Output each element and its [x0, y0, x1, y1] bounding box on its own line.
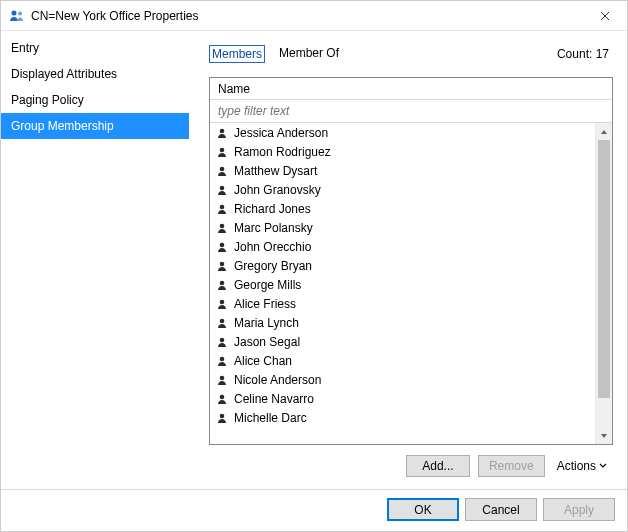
- svg-point-9: [220, 261, 225, 266]
- sidebar-item-label: Displayed Attributes: [11, 67, 117, 81]
- dialog-body: Entry Displayed Attributes Paging Policy…: [1, 31, 627, 489]
- cancel-button[interactable]: Cancel: [465, 498, 537, 521]
- svg-point-11: [220, 299, 225, 304]
- svg-point-12: [220, 318, 225, 323]
- actions-menu-button[interactable]: Actions: [553, 459, 611, 473]
- ok-button[interactable]: OK: [387, 498, 459, 521]
- sidebar-item-label: Entry: [11, 41, 39, 55]
- person-icon: [216, 165, 228, 177]
- person-icon: [216, 336, 228, 348]
- svg-point-8: [220, 242, 225, 247]
- member-name: George Mills: [234, 278, 301, 292]
- svg-point-17: [220, 413, 225, 418]
- tab-member-of[interactable]: Member Of: [277, 45, 341, 63]
- member-name: Michelle Darc: [234, 411, 307, 425]
- member-name: Marc Polansky: [234, 221, 313, 235]
- member-name: Richard Jones: [234, 202, 311, 216]
- scroll-down-icon[interactable]: [596, 427, 612, 444]
- person-icon: [216, 374, 228, 386]
- window-title: CN=New York Office Properties: [31, 9, 582, 23]
- list-item[interactable]: Michelle Darc: [210, 408, 595, 427]
- members-list: Name Jessica AndersonRamon RodriguezMatt…: [209, 77, 613, 445]
- add-button[interactable]: Add...: [406, 455, 470, 477]
- member-name: John Granovsky: [234, 183, 321, 197]
- list-item[interactable]: Maria Lynch: [210, 313, 595, 332]
- person-icon: [216, 260, 228, 272]
- svg-point-16: [220, 394, 225, 399]
- member-name: Gregory Bryan: [234, 259, 312, 273]
- list-item[interactable]: Ramon Rodriguez: [210, 142, 595, 161]
- sidebar-item-group-membership[interactable]: Group Membership: [1, 113, 189, 139]
- scrollbar-thumb[interactable]: [598, 140, 610, 398]
- person-icon: [216, 241, 228, 253]
- tab-members[interactable]: Members: [209, 45, 265, 63]
- person-icon: [216, 222, 228, 234]
- person-icon: [216, 317, 228, 329]
- svg-point-4: [220, 166, 225, 171]
- remove-button[interactable]: Remove: [478, 455, 545, 477]
- member-name: Ramon Rodriguez: [234, 145, 331, 159]
- svg-point-13: [220, 337, 225, 342]
- list-item[interactable]: Nicole Anderson: [210, 370, 595, 389]
- list-item[interactable]: Alice Friess: [210, 294, 595, 313]
- scrollbar[interactable]: [595, 123, 612, 444]
- scrollbar-track[interactable]: [596, 140, 612, 427]
- list-items: Jessica AndersonRamon RodriguezMatthew D…: [210, 123, 595, 444]
- sidebar-item-label: Paging Policy: [11, 93, 84, 107]
- titlebar: CN=New York Office Properties: [1, 1, 627, 31]
- column-header-name[interactable]: Name: [210, 78, 612, 100]
- apply-button[interactable]: Apply: [543, 498, 615, 521]
- member-name: Celine Navarro: [234, 392, 314, 406]
- svg-point-7: [220, 223, 225, 228]
- sidebar-item-paging-policy[interactable]: Paging Policy: [1, 87, 189, 113]
- sidebar-item-entry[interactable]: Entry: [1, 35, 189, 61]
- section-sidebar: Entry Displayed Attributes Paging Policy…: [1, 31, 189, 489]
- list-item[interactable]: Marc Polansky: [210, 218, 595, 237]
- list-item[interactable]: George Mills: [210, 275, 595, 294]
- svg-point-6: [220, 204, 225, 209]
- person-icon: [216, 298, 228, 310]
- group-icon: [9, 8, 25, 24]
- member-count: Count: 17: [557, 47, 613, 61]
- close-button[interactable]: [582, 1, 627, 30]
- member-name: Jessica Anderson: [234, 126, 328, 140]
- filter-input[interactable]: [210, 100, 594, 122]
- sidebar-item-displayed-attributes[interactable]: Displayed Attributes: [1, 61, 189, 87]
- list-action-row: Add... Remove Actions: [209, 445, 613, 481]
- svg-point-5: [220, 185, 225, 190]
- member-name: Alice Chan: [234, 354, 292, 368]
- member-name: Alice Friess: [234, 297, 296, 311]
- svg-point-14: [220, 356, 225, 361]
- scroll-up-icon[interactable]: [596, 123, 612, 140]
- tab-row: Members Member Of Count: 17: [209, 45, 613, 67]
- member-name: Matthew Dysart: [234, 164, 317, 178]
- svg-point-1: [18, 11, 22, 15]
- list-item[interactable]: John Orecchio: [210, 237, 595, 256]
- list-item[interactable]: Richard Jones: [210, 199, 595, 218]
- list-item[interactable]: Celine Navarro: [210, 389, 595, 408]
- properties-dialog: CN=New York Office Properties Entry Disp…: [0, 0, 628, 532]
- person-icon: [216, 146, 228, 158]
- person-icon: [216, 203, 228, 215]
- member-name: Jason Segal: [234, 335, 300, 349]
- person-icon: [216, 393, 228, 405]
- svg-point-3: [220, 147, 225, 152]
- member-name: John Orecchio: [234, 240, 311, 254]
- list-item[interactable]: Matthew Dysart: [210, 161, 595, 180]
- person-icon: [216, 279, 228, 291]
- person-icon: [216, 355, 228, 367]
- main-panel: Members Member Of Count: 17 Name Jessica…: [189, 31, 627, 489]
- chevron-down-icon: [599, 459, 607, 473]
- person-icon: [216, 184, 228, 196]
- svg-point-10: [220, 280, 225, 285]
- person-icon: [216, 412, 228, 424]
- list-item[interactable]: Jason Segal: [210, 332, 595, 351]
- sidebar-item-label: Group Membership: [11, 119, 114, 133]
- dialog-footer: OK Cancel Apply: [1, 489, 627, 531]
- svg-point-0: [12, 10, 17, 15]
- list-item[interactable]: Gregory Bryan: [210, 256, 595, 275]
- list-item[interactable]: Alice Chan: [210, 351, 595, 370]
- list-item[interactable]: Jessica Anderson: [210, 123, 595, 142]
- svg-point-15: [220, 375, 225, 380]
- list-item[interactable]: John Granovsky: [210, 180, 595, 199]
